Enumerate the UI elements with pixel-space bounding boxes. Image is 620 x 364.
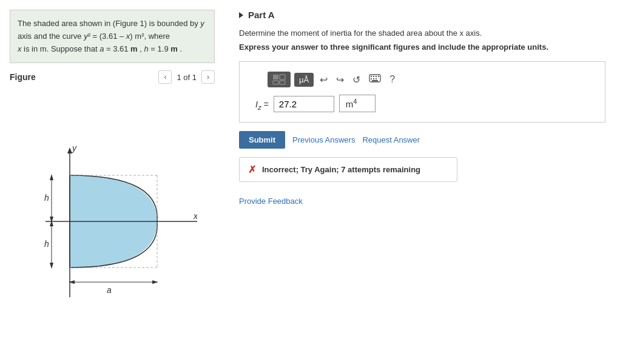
y-axis-label: y bbox=[72, 143, 77, 153]
svg-rect-20 bbox=[273, 81, 278, 84]
feedback-box: ✗ Incorrect; Try Again; 7 attempts remai… bbox=[239, 157, 457, 182]
svg-rect-30 bbox=[372, 80, 378, 81]
incorrect-icon: ✗ bbox=[248, 164, 256, 175]
svg-marker-2 bbox=[67, 147, 72, 153]
mu-button[interactable]: μÅ bbox=[294, 73, 314, 87]
previous-answers-link[interactable]: Previous Answers bbox=[292, 135, 355, 144]
format-button[interactable] bbox=[268, 72, 291, 87]
svg-rect-19 bbox=[280, 75, 285, 79]
part-header: Part A bbox=[239, 10, 605, 20]
provide-feedback-link[interactable]: Provide Feedback bbox=[239, 197, 605, 206]
answer-input[interactable] bbox=[274, 96, 334, 112]
right-panel: Part A Determine the moment of inertia f… bbox=[224, 0, 620, 364]
part-title: Part A bbox=[248, 10, 275, 20]
figure-container: Figure ‹ 1 of 1 › bbox=[10, 70, 215, 354]
svg-rect-28 bbox=[373, 78, 374, 79]
figure-page: 1 of 1 bbox=[177, 73, 197, 82]
figure-prev-btn[interactable]: ‹ bbox=[158, 70, 172, 84]
keyboard-button[interactable] bbox=[366, 73, 383, 86]
svg-rect-24 bbox=[373, 76, 374, 77]
submit-button[interactable]: Submit bbox=[239, 131, 285, 149]
keyboard-icon bbox=[369, 74, 381, 83]
collapse-icon[interactable] bbox=[239, 12, 243, 18]
svg-rect-18 bbox=[273, 75, 278, 79]
problem-text-line2: axis and the curve y² = (3.61 – x) m², w… bbox=[18, 32, 170, 41]
mu-label: μÅ bbox=[299, 75, 309, 84]
answer-box: μÅ ↩ ↪ ↺ ? bbox=[239, 61, 605, 123]
help-button[interactable]: ? bbox=[387, 73, 397, 86]
svg-rect-21 bbox=[280, 81, 285, 84]
left-panel: The shaded area shown in (Figure 1) is b… bbox=[0, 0, 224, 364]
problem-statement: The shaded area shown in (Figure 1) is b… bbox=[10, 10, 215, 63]
problem-text-line3: x is in m. Suppose that a = 3.61 m , h =… bbox=[18, 44, 182, 53]
unit-display: m4 bbox=[339, 95, 376, 112]
request-answer-link[interactable]: Request Answer bbox=[362, 135, 420, 144]
svg-rect-25 bbox=[376, 76, 377, 77]
help-label: ? bbox=[389, 74, 395, 84]
figure-nav: ‹ 1 of 1 › bbox=[158, 70, 215, 84]
toolbar: μÅ ↩ ↪ ↺ ? bbox=[249, 72, 595, 87]
redo-button[interactable]: ↪ bbox=[334, 73, 346, 87]
a-label: a bbox=[107, 285, 112, 295]
action-row: Submit Previous Answers Request Answer bbox=[239, 131, 605, 149]
undo-button[interactable]: ↩ bbox=[317, 73, 330, 87]
input-row: Iz = m4 bbox=[249, 95, 595, 112]
svg-marker-10 bbox=[50, 174, 53, 180]
input-label: Iz = bbox=[255, 99, 269, 111]
express-text: Express your answer to three significant… bbox=[239, 42, 605, 52]
figure-diagram: h h a x y bbox=[27, 136, 197, 306]
svg-rect-27 bbox=[371, 78, 372, 79]
format-icon bbox=[272, 74, 286, 85]
svg-rect-26 bbox=[378, 76, 379, 77]
h-top-label: h bbox=[44, 193, 49, 203]
figure-title: Figure bbox=[10, 72, 36, 82]
figure-area: h h a x y bbox=[10, 89, 215, 354]
figure-header: Figure ‹ 1 of 1 › bbox=[10, 70, 215, 84]
figure-next-btn[interactable]: › bbox=[201, 70, 215, 84]
refresh-button[interactable]: ↺ bbox=[350, 73, 363, 87]
svg-rect-23 bbox=[371, 76, 372, 77]
problem-text-line1: The shaded area shown in (Figure 1) is b… bbox=[18, 19, 204, 28]
feedback-message: Incorrect; Try Again; 7 attempts remaini… bbox=[262, 165, 420, 174]
x-axis-label: x bbox=[193, 211, 197, 221]
h-bottom-label: h bbox=[44, 239, 49, 249]
question-text: Determine the moment of inertia for the … bbox=[239, 29, 605, 38]
svg-marker-13 bbox=[50, 263, 53, 269]
svg-marker-17 bbox=[152, 280, 158, 284]
svg-rect-29 bbox=[376, 78, 377, 79]
